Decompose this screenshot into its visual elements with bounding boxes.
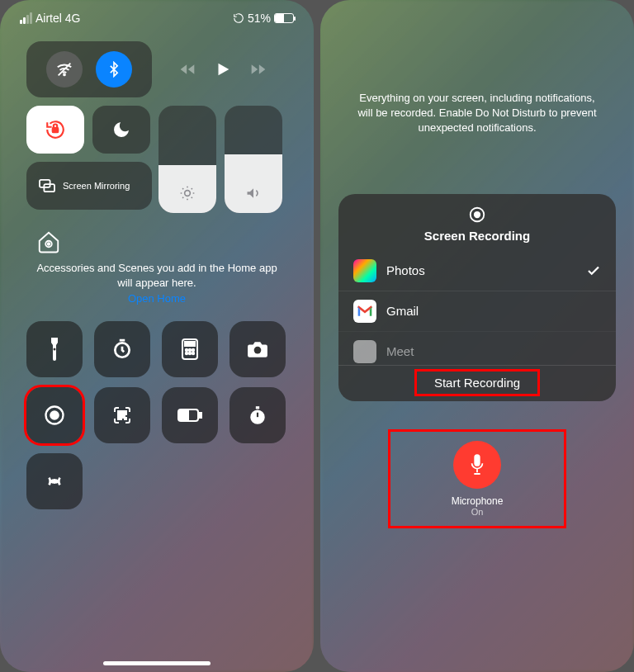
svg-point-15 (186, 353, 187, 354)
stopwatch-tile[interactable] (229, 387, 286, 443)
svg-point-8 (54, 348, 56, 351)
check-icon (586, 263, 601, 278)
meet-app-icon (353, 340, 376, 363)
svg-point-34 (475, 211, 480, 216)
status-bar: Airtel 4G 51% (0, 0, 314, 25)
mirroring-label: Screen Mirroring (63, 181, 130, 191)
svg-point-20 (50, 411, 58, 419)
home-indicator[interactable] (103, 661, 211, 665)
camera-icon (247, 340, 268, 358)
wifi-toggle[interactable] (46, 51, 83, 88)
highlight-box (414, 369, 540, 396)
calculator-icon (182, 338, 198, 360)
microphone-section: Microphone On (320, 441, 634, 517)
forward-icon[interactable] (250, 61, 267, 78)
rewind-icon[interactable] (179, 61, 196, 78)
app-row-meet[interactable]: Meet (338, 331, 616, 365)
svg-point-7 (48, 243, 50, 245)
timer-icon (111, 338, 133, 360)
signal-icon (20, 12, 32, 24)
battery-percent: 51% (248, 12, 271, 25)
brightness-icon (179, 185, 196, 201)
calculator-tile[interactable] (162, 321, 218, 377)
screen-recording-sheet-screenshot: Everything on your screen, including not… (320, 0, 634, 672)
rotation-lock-tile[interactable] (26, 106, 84, 154)
volume-slider[interactable] (225, 106, 282, 213)
svg-point-14 (192, 349, 194, 351)
svg-rect-11 (185, 342, 195, 346)
svg-point-16 (189, 353, 191, 354)
app-destination-list: Photos Gmail Meet (338, 251, 616, 365)
svg-point-18 (254, 347, 262, 354)
home-section: Accessories and Scenes you add in the Ho… (0, 230, 314, 305)
media-controls[interactable] (160, 41, 286, 97)
moon-icon (111, 120, 131, 140)
svg-rect-28 (180, 411, 188, 419)
photos-app-icon (353, 259, 376, 282)
screen-record-tile[interactable] (26, 387, 83, 443)
volume-icon (245, 185, 262, 201)
svg-point-13 (189, 349, 191, 351)
svg-rect-25 (125, 418, 126, 419)
highlight-box (388, 429, 566, 528)
open-home-link[interactable]: Open Home (36, 292, 277, 305)
bluetooth-icon (106, 61, 122, 78)
svg-point-32 (53, 480, 55, 482)
do-not-disturb-tile[interactable] (92, 106, 150, 154)
start-recording-button[interactable]: Start Recording (338, 365, 616, 401)
nfc-icon (44, 471, 65, 492)
play-icon[interactable] (214, 60, 232, 78)
svg-point-3 (185, 191, 191, 196)
stopwatch-icon (247, 405, 268, 426)
svg-rect-22 (123, 411, 126, 414)
camera-tile[interactable] (229, 321, 286, 377)
panel-title: Screen Recording (338, 229, 616, 243)
flashlight-icon (48, 338, 61, 361)
app-label: Meet (386, 344, 414, 358)
svg-point-17 (192, 353, 194, 354)
low-power-tile[interactable] (162, 387, 218, 443)
nfc-tile[interactable] (26, 453, 83, 509)
bluetooth-toggle[interactable] (96, 51, 132, 88)
mirroring-icon (38, 178, 56, 193)
app-row-photos[interactable]: Photos (338, 251, 616, 291)
svg-point-0 (64, 74, 65, 76)
home-icon (36, 230, 61, 254)
qr-icon (112, 405, 132, 425)
record-header-icon (468, 206, 486, 224)
svg-rect-2 (53, 128, 59, 132)
svg-rect-30 (256, 406, 259, 409)
flashlight-tile[interactable] (26, 321, 83, 377)
brightness-slider[interactable] (158, 106, 216, 213)
carrier-label: Airtel 4G (35, 12, 80, 25)
battery-tile-icon (177, 409, 202, 422)
rotation-lock-status-icon (233, 12, 244, 24)
app-label: Gmail (386, 304, 419, 318)
svg-rect-23 (118, 416, 121, 419)
connectivity-panel[interactable] (26, 41, 152, 97)
wifi-off-icon (55, 60, 73, 78)
record-icon (43, 404, 66, 427)
battery-icon (274, 13, 294, 23)
recording-info-text: Everything on your screen, including not… (320, 0, 634, 136)
rotation-lock-icon (45, 119, 66, 140)
app-label: Photos (386, 263, 425, 277)
gmail-app-icon (353, 300, 376, 323)
qr-scanner-tile[interactable] (94, 387, 150, 443)
screen-recording-panel: Screen Recording Photos Gmail Meet (338, 194, 616, 401)
svg-rect-21 (118, 411, 121, 414)
timer-tile[interactable] (94, 321, 150, 377)
svg-point-12 (186, 349, 187, 351)
home-message: Accessories and Scenes you add in the Ho… (36, 261, 277, 290)
control-center-screenshot: Airtel 4G 51% (0, 0, 314, 672)
screen-mirroring-tile[interactable]: Screen Mirroring (26, 162, 152, 210)
svg-rect-27 (200, 413, 201, 418)
app-row-gmail[interactable]: Gmail (338, 291, 616, 331)
